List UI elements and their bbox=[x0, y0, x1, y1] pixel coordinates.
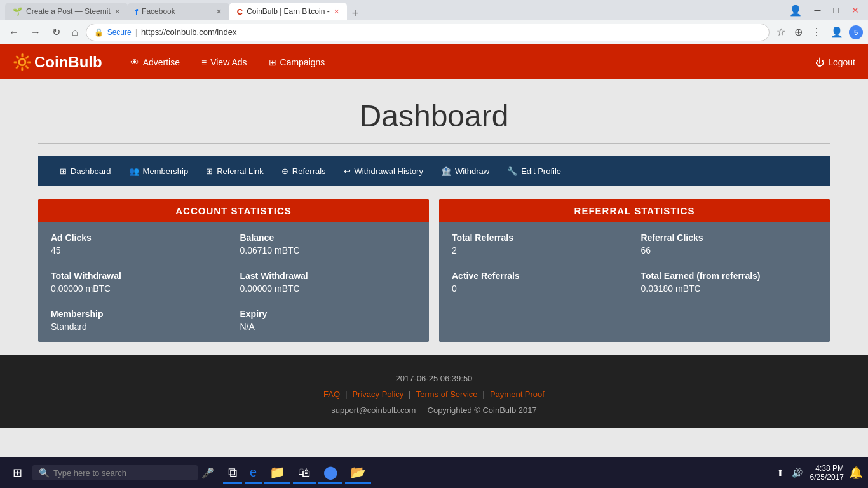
campaigns-icon: ⊞ bbox=[269, 57, 276, 67]
browser-tab-coinbulb[interactable]: C CoinBulb | Earn Bitcoin - ✕ bbox=[229, 3, 347, 20]
settings-icon[interactable]: ⋮ bbox=[808, 25, 825, 39]
stat-total-referrals-value: 2 bbox=[452, 245, 628, 255]
home-button[interactable]: ⌂ bbox=[68, 25, 82, 39]
secure-icon: 🔒 bbox=[94, 28, 104, 37]
refresh-button[interactable]: ↻ bbox=[48, 25, 64, 39]
tab-referral-link[interactable]: ⊞ Referral Link bbox=[197, 156, 273, 186]
tab-withdrawal-history-icon: ↩ bbox=[344, 166, 351, 176]
coin-icon: 🔆 bbox=[13, 53, 32, 71]
stat-active-referrals-value: 0 bbox=[452, 283, 628, 294]
brand-logo[interactable]: 🔆 CoinBulb bbox=[13, 53, 102, 71]
close-button[interactable]: ✕ bbox=[848, 4, 863, 17]
stat-ad-clicks-value: 45 bbox=[51, 245, 227, 255]
logout-button[interactable]: ⏻ Logout bbox=[815, 57, 855, 67]
referral-stats-panel: REFERRAL STATISTICS Total Referrals 2 Re… bbox=[439, 199, 830, 342]
notification-button[interactable]: 🔔 bbox=[849, 466, 863, 480]
navbar: 🔆 CoinBulb 👁 Advertise ≡ View Ads ⊞ Camp… bbox=[0, 44, 868, 79]
new-tab-button[interactable]: + bbox=[347, 7, 364, 20]
footer: 2017-06-25 06:39:50 FAQ | Privacy Policy… bbox=[0, 355, 868, 428]
browser-tab-facebook[interactable]: f Facebook ✕ bbox=[128, 3, 229, 20]
secure-label: Secure bbox=[107, 28, 132, 37]
tab-label-steemit: Create a Post — Steemit bbox=[26, 7, 111, 16]
footer-bottom: support@coinbulb.com Copyrighted © CoinB… bbox=[13, 405, 855, 415]
stat-referral-clicks-value: 66 bbox=[641, 245, 818, 255]
referral-stats-body: Total Referrals 2 Referral Clicks 66 Act… bbox=[439, 222, 830, 304]
view-ads-label: View Ads bbox=[210, 57, 247, 67]
tab-withdraw[interactable]: 🏦 Withdraw bbox=[432, 156, 498, 186]
address-bar[interactable]: 🔒 Secure | https://coinbulb.com/index bbox=[86, 24, 770, 41]
minimize-button[interactable]: ─ bbox=[811, 4, 825, 17]
file-explorer-button[interactable]: 📁 bbox=[264, 462, 290, 484]
footer-faq-link[interactable]: FAQ bbox=[323, 390, 340, 399]
footer-timestamp: 2017-06-25 06:39:50 bbox=[13, 374, 855, 383]
taskbar: ⊞ 🔍 Type here to search 🎤 ⧉ e 📁 🛍 ⬤ 📂 ⬆ … bbox=[0, 458, 868, 488]
back-button[interactable]: ← bbox=[5, 25, 23, 39]
tab-label-facebook: Facebook bbox=[142, 7, 175, 16]
tab-dashboard[interactable]: ⊞ Dashboard bbox=[51, 156, 120, 186]
stat-expiry-label: Expiry bbox=[240, 309, 417, 319]
store-button[interactable]: 🛍 bbox=[293, 463, 316, 484]
profile-icon[interactable]: 👤 bbox=[785, 3, 806, 18]
stat-referral-clicks: Referral Clicks 66 bbox=[641, 233, 818, 255]
tab-membership-icon: 👥 bbox=[129, 166, 139, 176]
tab-close-facebook[interactable]: ✕ bbox=[216, 8, 222, 16]
tab-withdraw-icon: 🏦 bbox=[441, 166, 451, 176]
view-ads-icon: ≡ bbox=[201, 57, 207, 67]
tab-withdrawal-history[interactable]: ↩ Withdrawal History bbox=[335, 156, 432, 186]
footer-privacy-link[interactable]: Privacy Policy bbox=[352, 390, 403, 399]
tab-referral-link-label: Referral Link bbox=[217, 166, 264, 176]
campaigns-link[interactable]: ⊞ Campaigns bbox=[260, 52, 334, 72]
stat-active-referrals-label: Active Referrals bbox=[452, 271, 628, 281]
task-view-button[interactable]: ⧉ bbox=[223, 463, 242, 484]
tab-bar: ⊞ Dashboard 👥 Membership ⊞ Referral Link… bbox=[38, 156, 830, 186]
stat-total-withdrawal-label: Total Withdrawal bbox=[51, 271, 227, 281]
taskbar-search-placeholder: Type here to search bbox=[53, 468, 126, 478]
chrome-taskbar-button[interactable]: ⬤ bbox=[318, 462, 342, 484]
tab-close-coinbulb[interactable]: ✕ bbox=[334, 8, 339, 16]
stat-total-earned: Total Earned (from referrals) 0.03180 mB… bbox=[641, 271, 818, 294]
stat-total-withdrawal: Total Withdrawal 0.00000 mBTC bbox=[51, 271, 227, 294]
start-button[interactable]: ⊞ bbox=[5, 462, 30, 484]
edge-browser-button[interactable]: e bbox=[245, 463, 262, 484]
maximize-button[interactable]: □ bbox=[830, 4, 843, 17]
tab-edit-profile-icon: 🔧 bbox=[507, 166, 517, 176]
tab-favicon-coinbulb: C bbox=[237, 7, 243, 17]
taskbar-time-display: 4:38 PM bbox=[810, 464, 844, 473]
footer-tos-link[interactable]: Terms of Service bbox=[416, 390, 478, 399]
microphone-icon[interactable]: 🎤 bbox=[198, 467, 218, 479]
extensions-icon[interactable]: ⊕ bbox=[791, 25, 806, 39]
taskbar-search-bar[interactable]: 🔍 Type here to search bbox=[32, 465, 198, 480]
footer-payment-proof-link[interactable]: Payment Proof bbox=[490, 390, 545, 399]
footer-copyright: Copyrighted © CoinBulb 2017 bbox=[428, 405, 537, 415]
view-ads-link[interactable]: ≡ View Ads bbox=[193, 52, 256, 72]
advertise-link[interactable]: 👁 Advertise bbox=[121, 52, 189, 72]
forward-button[interactable]: → bbox=[27, 25, 44, 39]
chrome-menu[interactable]: 5 bbox=[849, 25, 863, 39]
stat-active-referrals: Active Referrals 0 bbox=[452, 271, 628, 294]
system-tray-icons: ⬆ 🔊 bbox=[774, 466, 805, 479]
footer-support-email: support@coinbulb.com bbox=[331, 405, 416, 415]
stat-total-withdrawal-value: 0.00000 mBTC bbox=[51, 283, 227, 294]
page-content: 🔆 CoinBulb 👁 Advertise ≡ View Ads ⊞ Camp… bbox=[0, 44, 868, 428]
tab-edit-profile[interactable]: 🔧 Edit Profile bbox=[498, 156, 570, 186]
user-icon[interactable]: 👤 bbox=[827, 25, 846, 39]
bookmark-icon[interactable]: ☆ bbox=[773, 25, 789, 39]
account-stats-header: ACCOUNT STATISTICS bbox=[38, 199, 429, 222]
tab-referrals[interactable]: ⊕ Referrals bbox=[273, 156, 335, 186]
tab-referrals-icon: ⊕ bbox=[281, 166, 288, 176]
tab-close-steemit[interactable]: ✕ bbox=[114, 8, 120, 16]
folder-button[interactable]: 📂 bbox=[345, 462, 371, 484]
browser-chrome: 🌱 Create a Post — Steemit ✕ f Facebook ✕… bbox=[0, 0, 868, 44]
browser-tab-steemit[interactable]: 🌱 Create a Post — Steemit ✕ bbox=[5, 3, 128, 20]
address-separator: | bbox=[135, 27, 137, 37]
tab-dashboard-label: Dashboard bbox=[71, 166, 111, 176]
footer-sep-1: | bbox=[345, 390, 347, 399]
stat-referral-clicks-label: Referral Clicks bbox=[641, 233, 818, 243]
tab-membership[interactable]: 👥 Membership bbox=[120, 156, 198, 186]
footer-sep-2: | bbox=[409, 390, 410, 399]
stat-total-referrals: Total Referrals 2 bbox=[452, 233, 628, 255]
taskbar-right: ⬆ 🔊 4:38 PM 6/25/2017 🔔 bbox=[774, 464, 863, 482]
volume-icon: 🔊 bbox=[789, 466, 805, 479]
browser-toolbar-right: ☆ ⊕ ⋮ 👤 5 bbox=[773, 25, 863, 39]
browser-tabs: 🌱 Create a Post — Steemit ✕ f Facebook ✕… bbox=[5, 0, 363, 20]
